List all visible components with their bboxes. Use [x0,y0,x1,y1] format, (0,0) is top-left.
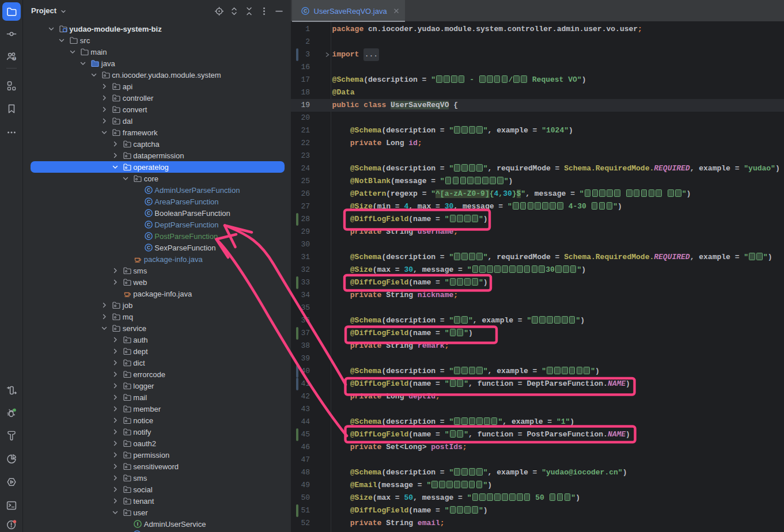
svg-text:C: C [147,199,150,204]
svg-text:C: C [147,222,150,227]
svg-text:C: C [147,245,150,250]
svg-text:C: C [147,187,150,193]
svg-text:C: C [147,210,150,216]
svg-text:C: C [147,233,150,239]
svg-text:?: ? [13,56,16,60]
svg-text:C: C [303,8,306,14]
svg-text:I: I [137,521,138,527]
